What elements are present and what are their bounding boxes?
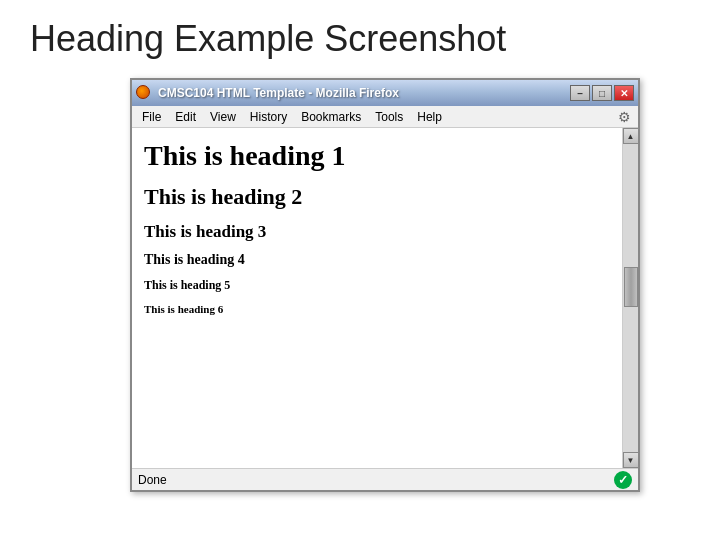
- menu-bar: File Edit View History Bookmarks Tools H…: [132, 106, 638, 128]
- menu-view[interactable]: View: [204, 109, 242, 125]
- heading-2: This is heading 2: [144, 184, 610, 210]
- scrollbar[interactable]: ▲ ▼: [622, 128, 638, 468]
- firefox-icon: [136, 85, 152, 101]
- gear-icon[interactable]: ⚙: [618, 109, 634, 125]
- heading-1: This is heading 1: [144, 140, 610, 172]
- heading-4: This is heading 4: [144, 252, 610, 268]
- content-area: This is heading 1 This is heading 2 This…: [132, 128, 622, 468]
- minimize-button[interactable]: –: [570, 85, 590, 101]
- heading-5: This is heading 5: [144, 278, 610, 293]
- scroll-up-button[interactable]: ▲: [623, 128, 639, 144]
- scroll-down-button[interactable]: ▼: [623, 452, 639, 468]
- maximize-button[interactable]: □: [592, 85, 612, 101]
- menu-history[interactable]: History: [244, 109, 293, 125]
- page-title: Heading Example Screenshot: [0, 0, 720, 78]
- heading-3: This is heading 3: [144, 222, 610, 242]
- heading-6: This is heading 6: [144, 303, 610, 315]
- menu-bookmarks[interactable]: Bookmarks: [295, 109, 367, 125]
- scroll-track[interactable]: [623, 144, 638, 452]
- browser-window: CMSC104 HTML Template - Mozilla Firefox …: [130, 78, 640, 492]
- menu-tools[interactable]: Tools: [369, 109, 409, 125]
- status-text: Done: [138, 473, 167, 487]
- window-title: CMSC104 HTML Template - Mozilla Firefox: [158, 86, 399, 100]
- status-bar: Done ✓: [132, 468, 638, 490]
- menu-help[interactable]: Help: [411, 109, 448, 125]
- title-bar: CMSC104 HTML Template - Mozilla Firefox …: [132, 80, 638, 106]
- scroll-thumb[interactable]: [624, 267, 638, 307]
- menu-file[interactable]: File: [136, 109, 167, 125]
- close-button[interactable]: ✕: [614, 85, 634, 101]
- menu-edit[interactable]: Edit: [169, 109, 202, 125]
- status-ok-icon: ✓: [614, 471, 632, 489]
